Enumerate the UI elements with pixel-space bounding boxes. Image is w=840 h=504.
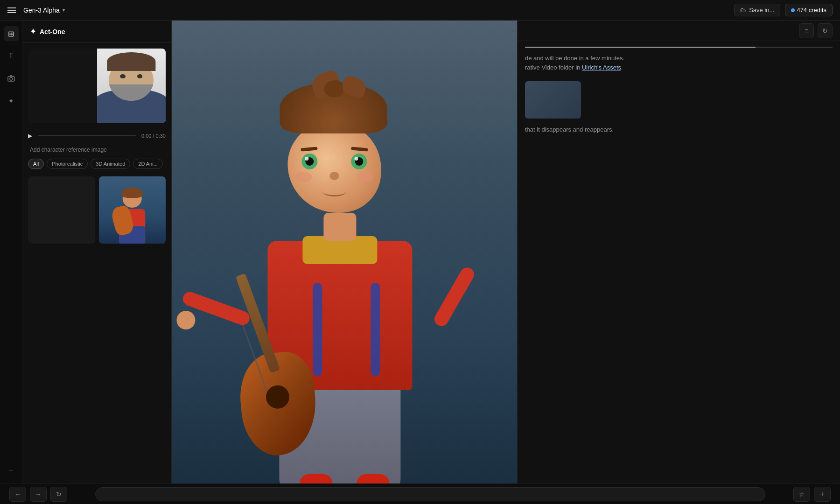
menu-icon[interactable] <box>7 7 16 13</box>
act-one-icon: ✦ <box>30 27 36 36</box>
list-button[interactable]: ≡ <box>799 23 814 38</box>
video-controls: ▶ 0:00 / 0:30 <box>22 129 171 143</box>
panel-header: ✦ Act-One <box>22 21 171 43</box>
main-canvas <box>172 21 517 483</box>
style-grid <box>22 173 171 483</box>
folder-icon: 🗁 <box>740 7 746 14</box>
sidebar-item-camera[interactable] <box>4 71 19 86</box>
left-panel: ✦ Act-One <box>22 21 172 483</box>
topbar-right: 🗁 Save in... 474 credits <box>734 4 833 16</box>
topbar-left: Gen-3 Alpha ▾ <box>7 7 65 14</box>
main-image <box>172 21 517 483</box>
refresh-button[interactable]: ↻ <box>818 23 833 38</box>
play-button[interactable]: ▶ <box>28 133 32 139</box>
style-card-1[interactable] <box>28 176 95 244</box>
add-button[interactable]: + <box>814 487 831 502</box>
back-button[interactable]: ← <box>9 487 26 502</box>
char-ref-label: Add character reference image <box>22 143 171 157</box>
thumb-content <box>525 81 581 119</box>
nav-right: ☆ + <box>793 487 831 502</box>
svg-point-1 <box>10 77 13 80</box>
sidebar-item-text[interactable]: T <box>4 49 19 63</box>
bookmark-button[interactable]: ☆ <box>793 487 810 502</box>
video-reference-area <box>28 49 166 123</box>
notif-link[interactable]: Ulrich's Assets <box>582 64 621 71</box>
filter-tabs: All Photorealistic 3D Animated 2D Ani... <box>22 157 171 173</box>
left-sidebar: ⊞ T ✦ → <box>0 21 22 483</box>
model-name: Gen-3 Alpha <box>23 7 60 14</box>
nav-left: ← → ↻ <box>9 487 67 502</box>
filter-tab-2d-animated[interactable]: 2D Ani... <box>133 159 163 169</box>
filter-tab-photorealistic[interactable]: Photorealistic <box>47 159 88 169</box>
panel-title: Act-One <box>40 28 65 35</box>
prompt-text: that it disappears and reappears. <box>518 122 840 137</box>
reload-button[interactable]: ↻ <box>50 487 67 502</box>
topbar: Gen-3 Alpha ▾ 🗁 Save in... 474 credits <box>0 0 840 21</box>
panel-collapse-button[interactable]: › <box>510 21 517 41</box>
notif-text-2: rative Video folder in <box>525 64 582 71</box>
filter-tab-3d-animated[interactable]: 3D Animated <box>91 159 130 169</box>
credits-label: 474 credits <box>797 7 826 14</box>
notification-text: de and will be done in a few minutes. ra… <box>518 48 840 77</box>
right-panel-header: ≡ ↻ <box>518 21 840 41</box>
save-label: Save in... <box>749 7 774 14</box>
sidebar-item-magic[interactable]: ✦ <box>4 93 19 108</box>
right-panel: ≡ ↻ de and will be done in a few minutes… <box>517 21 840 483</box>
forward-button[interactable]: → <box>30 487 47 502</box>
video-time: 0:00 / 0:30 <box>141 133 166 139</box>
sidebar-item-arrow[interactable]: → <box>4 463 19 478</box>
save-button[interactable]: 🗁 Save in... <box>734 4 780 16</box>
filter-tab-all[interactable]: All <box>28 159 44 169</box>
bottom-nav: ← → ↻ ☆ + <box>0 483 840 504</box>
model-selector[interactable]: Gen-3 Alpha ▾ <box>23 7 65 14</box>
style-card-2[interactable] <box>99 176 166 244</box>
sidebar-item-grid[interactable]: ⊞ <box>4 26 19 41</box>
url-bar[interactable] <box>95 487 765 501</box>
video-progress-bar[interactable] <box>38 135 136 136</box>
notif-text-1: de and will be done in a few minutes. <box>525 55 624 62</box>
right-thumbnail <box>525 81 581 119</box>
credits-dot-icon <box>791 8 795 12</box>
credits-button[interactable]: 474 credits <box>785 4 833 16</box>
chevron-down-icon: ▾ <box>63 7 65 13</box>
